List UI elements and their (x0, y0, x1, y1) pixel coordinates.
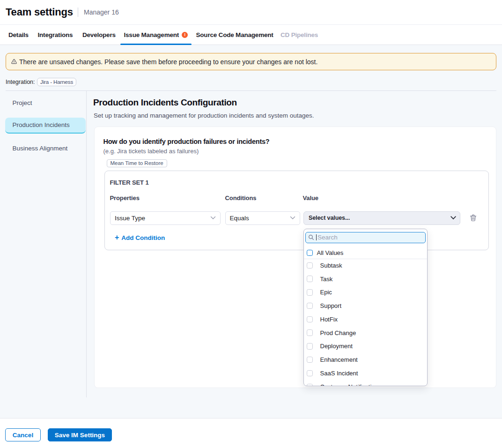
tab-details[interactable]: Details (5, 25, 32, 45)
integration-chip[interactable]: Jira - Harness (37, 78, 76, 86)
checkbox[interactable] (307, 329, 313, 336)
chevron-down-icon (210, 216, 216, 220)
option-subtask[interactable]: Subtask (304, 259, 427, 272)
checkbox[interactable] (307, 316, 313, 323)
settings-sidebar: Project Production Incidents Business Al… (6, 91, 87, 397)
options-list: Subtask Task Epic Support HotFix Prod Ch… (304, 258, 427, 387)
checkbox[interactable] (307, 370, 313, 377)
delete-filter-icon[interactable] (469, 214, 477, 222)
sidebar-item-business-alignment[interactable]: Business Alignment (5, 141, 86, 157)
checkbox[interactable] (307, 262, 313, 269)
tab-cd-pipelines: CD Pipelines (277, 25, 322, 45)
add-condition-button[interactable]: + Add Condition (115, 233, 165, 242)
page-title: Team settings (6, 6, 73, 18)
checkbox[interactable] (307, 384, 313, 386)
filter-set-panel: FILTER SET 1 Properties Conditions Value… (104, 171, 489, 250)
checkbox[interactable] (307, 357, 313, 363)
tab-integrations[interactable]: Integrations (34, 25, 77, 45)
question-hint: (e.g. Jira tickets labeled as failures) (103, 148, 199, 155)
option-customer-notification[interactable]: Customer Notification (304, 380, 427, 386)
option-saas-incident[interactable]: SaaS Incident (304, 366, 427, 380)
option-prod-change[interactable]: Prod Change (304, 326, 427, 340)
chevron-down-icon (450, 216, 456, 220)
column-label-properties: Properties (110, 194, 140, 202)
option-all-values[interactable]: All Values (304, 244, 427, 259)
condition-select[interactable]: Equals (225, 211, 301, 225)
integration-label: Integration: (6, 79, 35, 85)
checkbox[interactable] (307, 303, 313, 309)
property-select[interactable]: Issue Type (110, 211, 221, 225)
option-task[interactable]: Task (304, 272, 427, 286)
tab-developers[interactable]: Developers (79, 25, 119, 45)
option-enhancement[interactable]: Enhancement (304, 353, 427, 366)
plus-icon: + (115, 233, 119, 242)
value-multiselect[interactable]: Select values... (303, 211, 460, 225)
sidebar-item-production-incidents[interactable]: Production Incidents (5, 118, 86, 134)
tab-source-code-management[interactable]: Source Code Management (192, 25, 277, 45)
chevron-down-icon (290, 216, 295, 220)
unsaved-changes-badge-icon: ! (182, 32, 188, 38)
tab-bar: Details Integrations Developers Issue Ma… (0, 24, 502, 45)
search-icon (308, 234, 314, 240)
sidebar-item-project[interactable]: Project (5, 95, 86, 111)
checkbox-all-values[interactable] (307, 250, 313, 256)
footer-bar: Cancel Save IM Settings (0, 418, 502, 448)
dropdown-search-input[interactable]: Search (305, 232, 426, 244)
configuration-card: How do you identify production failures … (94, 127, 496, 388)
text-caret (316, 234, 317, 240)
cancel-button[interactable]: Cancel (5, 428, 41, 441)
unsaved-changes-banner: There are unsaved changes. Please save t… (6, 53, 496, 70)
option-epic[interactable]: Epic (304, 286, 427, 299)
title-separator (78, 7, 78, 17)
question-title: How do you identify production failures … (103, 138, 270, 145)
option-deployment[interactable]: Deployment (304, 340, 427, 353)
save-im-settings-button[interactable]: Save IM Settings (48, 428, 112, 441)
filter-set-title: FILTER SET 1 (110, 179, 149, 186)
value-options-dropdown: Search All Values Subtask Task Epic Supp… (303, 229, 428, 386)
banner-text: There are unsaved changes. Please save t… (19, 58, 317, 66)
page-header: Team settings Manager 16 (0, 0, 502, 24)
mean-time-to-restore-chip[interactable]: Mean Time to Restore (107, 159, 167, 168)
column-label-value: Value (303, 194, 318, 202)
warning-icon (11, 59, 17, 65)
checkbox[interactable] (307, 289, 313, 296)
option-hotfix[interactable]: HotFix (304, 313, 427, 326)
tab-issue-management[interactable]: Issue Management ! (120, 25, 192, 45)
section-title: Production Incidents Configuration (93, 97, 237, 108)
column-label-conditions: Conditions (225, 194, 257, 202)
page-subtitle: Manager 16 (84, 8, 119, 16)
section-subtitle: Set up tracking and management for produ… (94, 112, 314, 119)
checkbox[interactable] (307, 276, 313, 282)
option-support[interactable]: Support (304, 299, 427, 313)
checkbox[interactable] (307, 343, 313, 350)
search-placeholder: Search (317, 234, 338, 241)
